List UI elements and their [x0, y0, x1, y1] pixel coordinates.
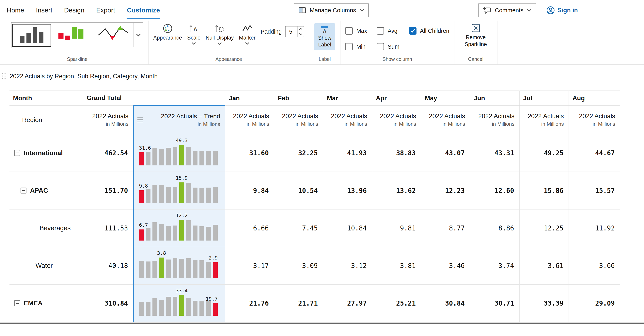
grand-total-value: 111.53 — [83, 209, 134, 247]
checkbox-box[interactable] — [409, 27, 416, 35]
sparkline-value-label: 2.9 — [209, 255, 218, 261]
top-bar: HomeInsertDesignExportCustomize Manage C… — [0, 0, 644, 21]
manage-columns-icon — [298, 7, 306, 14]
sparkline-bar — [152, 185, 157, 203]
sparkline-bar — [166, 259, 171, 278]
app-window: HomeInsertDesignExportCustomize Manage C… — [0, 0, 644, 336]
checkbox-sum[interactable]: Sum — [376, 43, 400, 50]
sparkline-bar — [159, 224, 164, 240]
checkbox-max[interactable]: Max — [345, 27, 367, 35]
sparkline-bar — [152, 222, 157, 240]
menu-item-design[interactable]: Design — [64, 0, 84, 21]
month-measure-header[interactable]: 2022 Actualsin Millions — [225, 105, 274, 134]
grand-total-measure-header[interactable]: 2022 Actualsin Millions — [83, 105, 134, 134]
month-value: 31.60 — [225, 134, 274, 172]
gallery-expand-button[interactable] — [134, 23, 143, 47]
month-col-header[interactable]: Feb — [274, 91, 323, 105]
row-label[interactable]: International — [24, 149, 63, 157]
measure-title: 2022 Actuals — [520, 113, 564, 120]
sparkline-value-label: 12.2 — [176, 213, 188, 218]
sparkline-bar — [172, 297, 177, 316]
sparkline-cell[interactable]: 33.419.7 — [134, 284, 225, 322]
menu-item-customize[interactable]: Customize — [127, 0, 160, 21]
menu-item-insert[interactable]: Insert — [36, 0, 52, 21]
chevron-down-icon — [527, 9, 532, 12]
sparkline-bar — [206, 301, 211, 316]
null-display-button[interactable]: Null Display — [206, 22, 234, 45]
month-measure-header[interactable]: 2022 Actualsin Millions — [274, 105, 323, 134]
checkbox-avg[interactable]: Avg — [376, 27, 400, 35]
sparkline-cell[interactable]: 49.331.6 — [134, 134, 225, 172]
row-label-cell: EMEA — [10, 284, 83, 322]
grand-total-header-cell[interactable]: Grand Total — [83, 91, 225, 105]
sparkline-cell[interactable]: 15.99.8 — [134, 172, 225, 209]
month-value: 3.09 — [274, 247, 323, 284]
row-label[interactable]: APAC — [30, 187, 48, 194]
sparkline-bar — [200, 188, 204, 203]
sparkline-bar — [206, 262, 211, 278]
month-measure-header[interactable]: 2022 Actualsin Millions — [520, 105, 569, 134]
remove-sparkline-button[interactable]: Remove Sparkline — [459, 22, 492, 48]
sparkline-style-variance-tile[interactable] — [53, 24, 92, 47]
checkbox-all-children[interactable]: All Children — [409, 27, 449, 35]
column-menu-icon[interactable] — [138, 117, 143, 122]
sparkline-bar — [206, 151, 211, 165]
month-value: 33.39 — [520, 284, 569, 322]
checkbox-min[interactable]: Min — [345, 43, 367, 50]
manage-columns-button[interactable]: Manage Columns — [294, 3, 369, 18]
month-measure-header[interactable]: 2022 Actualsin Millions — [470, 105, 520, 134]
scale-button[interactable]: A Scale — [187, 22, 201, 45]
month-col-header[interactable]: Jun — [470, 91, 520, 105]
trend-column-header[interactable]: 2022 Actuals – Trendin Millions — [134, 105, 225, 134]
collapse-icon[interactable] — [14, 150, 20, 156]
checkbox-box[interactable] — [345, 27, 353, 35]
chevron-down-icon — [192, 42, 196, 45]
grand-total-value: 151.70 — [83, 172, 134, 209]
menu-item-export[interactable]: Export — [96, 0, 115, 21]
month-measure-header[interactable]: 2022 Actualsin Millions — [372, 105, 421, 134]
collapse-icon[interactable] — [20, 188, 26, 193]
checkbox-box[interactable] — [376, 27, 384, 35]
measure-title: 2022 Actuals — [470, 113, 514, 120]
table-row-international: International462.5449.331.631.6032.2541.… — [10, 134, 620, 172]
month-col-header[interactable]: Aug — [569, 91, 620, 105]
marker-button[interactable]: Marker — [239, 22, 256, 45]
sparkline-bar — [193, 301, 198, 316]
sparkline-cell[interactable]: 3.82.9 — [134, 247, 225, 284]
checkbox-label: Max — [356, 28, 367, 34]
month-col-header[interactable]: Jul — [520, 91, 569, 105]
month-value: 3.81 — [372, 247, 421, 284]
menu-item-home[interactable]: Home — [7, 0, 24, 21]
month-col-header[interactable]: Jan — [225, 91, 274, 105]
spinner-down-button[interactable] — [298, 32, 304, 37]
drag-grip-icon[interactable] — [2, 73, 6, 79]
padding-value[interactable]: 5 — [286, 27, 298, 37]
sparkline-style-column-tile[interactable] — [12, 24, 51, 47]
comments-button[interactable]: Comments — [478, 3, 536, 18]
month-value: 15.57 — [569, 172, 620, 209]
month-col-header[interactable]: May — [421, 91, 470, 105]
sparkline-cell[interactable]: 12.26.7 — [134, 209, 225, 247]
appearance-button[interactable]: Appearance — [153, 22, 182, 41]
month-measure-header[interactable]: 2022 Actualsin Millions — [323, 105, 372, 134]
spinner-up-button[interactable] — [298, 27, 304, 32]
month-col-header[interactable]: Apr — [372, 91, 421, 105]
sign-in-button[interactable]: Sign in — [546, 6, 578, 15]
sparkline-bar — [179, 259, 184, 278]
checkbox-box[interactable] — [376, 43, 384, 50]
appearance-button-label: Appearance — [153, 35, 182, 41]
padding-spinner[interactable]: 5 — [285, 26, 304, 37]
sparkline: 15.99.8 — [139, 173, 219, 203]
collapse-icon[interactable] — [14, 300, 20, 306]
checkbox-box[interactable] — [345, 43, 353, 50]
month-measure-header[interactable]: 2022 Actualsin Millions — [569, 105, 620, 134]
month-value: 8.86 — [470, 209, 520, 247]
row-label[interactable]: EMEA — [24, 299, 42, 307]
palette-icon — [162, 23, 173, 34]
null-display-button-label: Null Display — [206, 35, 234, 41]
show-label-button[interactable]: A Show Label — [314, 23, 335, 50]
month-col-header[interactable]: Mar — [323, 91, 372, 105]
month-measure-header[interactable]: 2022 Actualsin Millions — [421, 105, 470, 134]
sparkline-bar — [139, 261, 144, 278]
sparkline-style-line-tile[interactable] — [94, 24, 133, 47]
